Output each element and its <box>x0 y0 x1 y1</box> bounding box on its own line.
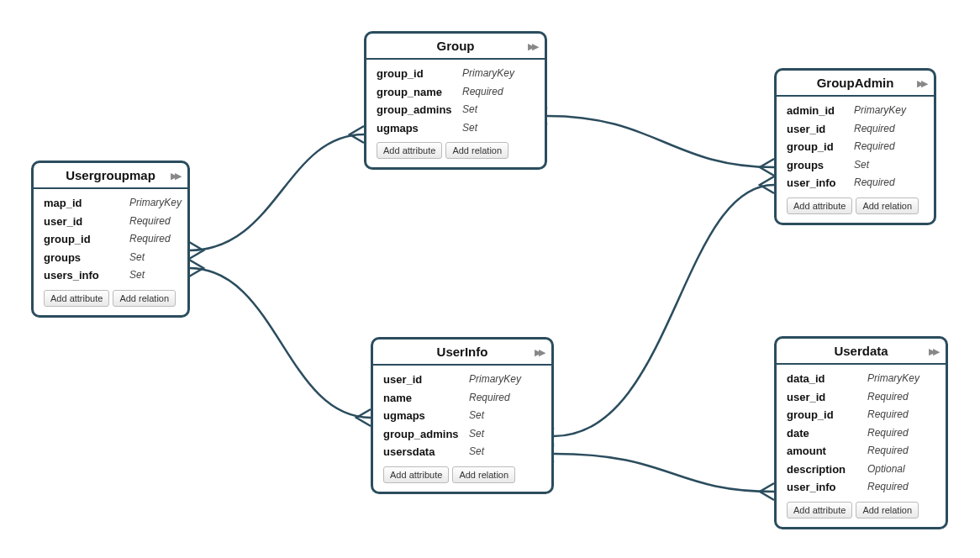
attr-name: user_id <box>44 214 123 229</box>
attribute-row[interactable]: group_name Required <box>377 83 535 102</box>
chevron-double-right-icon[interactable]: ▶▶ <box>917 77 925 88</box>
attr-type: Set <box>469 427 484 442</box>
attribute-row[interactable]: name Required <box>383 389 541 408</box>
chevron-double-right-icon[interactable]: ▶▶ <box>929 345 937 356</box>
attr-name: group_id <box>377 66 456 82</box>
add-attribute-button[interactable]: Add attribute <box>383 466 449 483</box>
entity-groupadmin[interactable]: GroupAdmin ▶▶ admin_id PrimaryKey user_i… <box>774 68 936 225</box>
attribute-row[interactable]: users_info Set <box>44 266 177 285</box>
attribute-row[interactable]: group_id Required <box>44 230 177 249</box>
attr-name: groups <box>787 158 847 173</box>
attr-name: map_id <box>44 196 123 211</box>
attribute-row[interactable]: data_id PrimaryKey <box>787 370 935 388</box>
attr-name: group_admins <box>383 427 462 442</box>
crowfoot-ugm-userinfo-left <box>189 260 203 276</box>
crowfoot-userinfo-groupadmin-right <box>760 176 774 193</box>
attr-type: PrimaryKey <box>462 66 514 82</box>
entity-title: Userdata <box>834 344 888 358</box>
attribute-row[interactable]: admin_id PrimaryKey <box>787 102 924 120</box>
attr-name: user_id <box>787 122 847 137</box>
crowfoot-group-groupadmin-right <box>760 159 774 176</box>
entity-userinfo[interactable]: UserInfo ▶▶ user_id PrimaryKey name Requ… <box>371 337 554 494</box>
attribute-row[interactable]: group_admins Set <box>383 425 541 444</box>
add-attribute-button[interactable]: Add attribute <box>787 197 852 214</box>
add-attribute-button[interactable]: Add attribute <box>44 290 109 307</box>
attr-type: Required <box>867 426 909 441</box>
add-relation-button[interactable]: Add relation <box>856 502 919 519</box>
attr-type: Optional <box>867 462 905 477</box>
attr-type: PrimaryKey <box>129 196 182 211</box>
attribute-row[interactable]: groups Set <box>787 156 924 175</box>
connector-userinfo-groupadmin <box>554 185 774 436</box>
entity-header[interactable]: Group ▶▶ <box>366 34 545 60</box>
attr-type: Required <box>129 232 171 247</box>
attr-type: Required <box>854 176 895 191</box>
entity-usergroupmap[interactable]: Usergroupmap ▶▶ map_id PrimaryKey user_i… <box>31 161 190 318</box>
attr-name: group_id <box>44 232 123 247</box>
add-relation-button[interactable]: Add relation <box>445 142 508 159</box>
attribute-row[interactable]: usersdata Set <box>383 443 541 461</box>
entity-header[interactable]: Usergroupmap ▶▶ <box>34 163 187 189</box>
attribute-row[interactable]: group_id Required <box>787 406 935 424</box>
entity-userdata[interactable]: Userdata ▶▶ data_id PrimaryKey user_id R… <box>774 336 948 529</box>
attr-type: Required <box>867 480 909 495</box>
attribute-row[interactable]: group_admins Set <box>377 101 535 119</box>
attribute-row[interactable]: user_id Required <box>44 213 177 231</box>
entity-body: admin_id PrimaryKey user_id Required gro… <box>777 97 934 223</box>
attr-type: Required <box>469 391 510 406</box>
attribute-row[interactable]: user_info Required <box>787 478 935 497</box>
attr-name: group_id <box>787 140 847 155</box>
add-attribute-button[interactable]: Add attribute <box>377 142 442 159</box>
entity-header[interactable]: GroupAdmin ▶▶ <box>777 71 934 97</box>
crowfoot-userinfo-userdata-right <box>760 483 774 500</box>
attr-name: usersdata <box>383 445 462 460</box>
attribute-row[interactable]: ugmaps Set <box>377 119 535 138</box>
attr-type: Required <box>854 140 895 155</box>
add-relation-button[interactable]: Add relation <box>856 197 919 214</box>
chevron-double-right-icon[interactable]: ▶▶ <box>528 40 536 51</box>
attr-name: users_info <box>44 268 123 283</box>
entity-header[interactable]: Userdata ▶▶ <box>777 339 946 365</box>
attribute-row[interactable]: amount Required <box>787 442 935 461</box>
add-attribute-button[interactable]: Add attribute <box>787 502 852 519</box>
attr-name: admin_id <box>787 103 847 118</box>
entity-header[interactable]: UserInfo ▶▶ <box>373 340 551 366</box>
attr-name: ugmaps <box>377 121 456 136</box>
attribute-row[interactable]: user_info Required <box>787 174 924 192</box>
attr-name: group_id <box>787 408 861 423</box>
attr-name: user_info <box>787 176 847 191</box>
entity-body: map_id PrimaryKey user_id Required group… <box>34 189 187 315</box>
add-relation-button[interactable]: Add relation <box>113 290 176 307</box>
entity-body: data_id PrimaryKey user_id Required grou… <box>777 365 946 527</box>
connector-ugm-group <box>189 134 364 250</box>
connector-group-groupadmin <box>547 116 774 167</box>
attr-type: Required <box>867 444 909 459</box>
entity-title: GroupAdmin <box>817 76 894 90</box>
add-relation-button[interactable]: Add relation <box>452 466 515 483</box>
attr-type: Required <box>867 408 909 423</box>
chevron-double-right-icon[interactable]: ▶▶ <box>171 170 179 181</box>
attribute-row[interactable]: map_id PrimaryKey <box>44 194 177 213</box>
entity-body: user_id PrimaryKey name Required ugmaps … <box>373 366 551 492</box>
entity-title: UserInfo <box>437 345 488 359</box>
connector-ugm-userinfo <box>189 268 371 418</box>
attribute-row[interactable]: user_id PrimaryKey <box>383 371 541 389</box>
attr-name: user_id <box>383 372 462 387</box>
attr-type: Required <box>867 390 909 405</box>
attr-name: date <box>787 426 861 441</box>
attribute-row[interactable]: ugmaps Set <box>383 407 541 425</box>
crowfoot-ugm-group-left <box>189 242 203 259</box>
attribute-row[interactable]: group_id PrimaryKey <box>377 65 535 83</box>
attribute-row[interactable]: description Optional <box>787 461 935 479</box>
entity-title: Group <box>437 39 475 53</box>
attr-type: Set <box>854 158 869 173</box>
attribute-row[interactable]: group_id Required <box>787 138 924 156</box>
attribute-row[interactable]: groups Set <box>44 249 177 267</box>
entity-group[interactable]: Group ▶▶ group_id PrimaryKey group_name … <box>364 31 547 170</box>
attribute-row[interactable]: user_id Required <box>787 120 924 139</box>
chevron-double-right-icon[interactable]: ▶▶ <box>535 346 543 357</box>
attr-type: Required <box>854 122 895 137</box>
attr-type: Required <box>462 85 503 100</box>
attribute-row[interactable]: user_id Required <box>787 388 935 407</box>
attribute-row[interactable]: date Required <box>787 424 935 443</box>
